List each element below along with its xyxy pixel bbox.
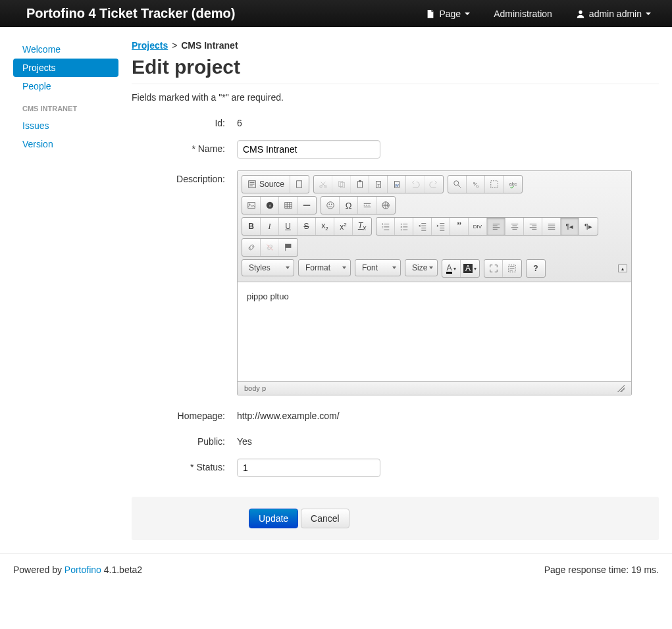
editor-bold-button[interactable]: B bbox=[242, 218, 261, 235]
editor-toolbar: Source T W bbox=[238, 171, 631, 282]
image-icon bbox=[247, 201, 256, 210]
sidebar-item-version[interactable]: Version bbox=[13, 135, 118, 153]
editor-image-button[interactable] bbox=[242, 197, 261, 214]
svg-text:b: b bbox=[476, 184, 478, 188]
editor-content-area[interactable]: pippo pltuo bbox=[238, 282, 631, 381]
editor-pagebreak-button[interactable] bbox=[358, 197, 376, 214]
svg-text:2: 2 bbox=[381, 226, 383, 229]
editor-format-select[interactable]: Format bbox=[298, 259, 351, 276]
editor-blockquote-button[interactable]: ” bbox=[450, 218, 469, 235]
sidebar-item-issues[interactable]: Issues bbox=[13, 116, 118, 135]
editor-undo-button[interactable] bbox=[406, 176, 425, 193]
editor-flash-button[interactable]: f bbox=[261, 197, 279, 214]
editor-subscript-button[interactable]: x2 bbox=[316, 218, 334, 235]
nav-administration-label: Administration bbox=[494, 9, 552, 19]
sidebar-item-projects[interactable]: Projects bbox=[13, 59, 118, 77]
editor-specialchar-button[interactable]: Ω bbox=[340, 197, 358, 214]
editor-align-right-button[interactable] bbox=[524, 218, 542, 235]
id-label: Id: bbox=[132, 114, 237, 128]
editor-font-select[interactable]: Font bbox=[355, 259, 401, 276]
editor-indent-button[interactable] bbox=[432, 218, 450, 235]
breadcrumb: Projects > CMS Intranet bbox=[132, 40, 659, 51]
editor-ltr-button[interactable]: ¶◂ bbox=[561, 218, 579, 235]
editor-paste-word-button[interactable]: W bbox=[388, 176, 406, 193]
editor-numberedlist-button[interactable]: 12 bbox=[376, 218, 395, 235]
editor-resize-handle[interactable] bbox=[617, 384, 625, 392]
editor-strike-button[interactable]: S bbox=[297, 218, 316, 235]
editor-table-button[interactable] bbox=[279, 197, 297, 214]
form-actions: Update Cancel bbox=[132, 497, 659, 540]
editor-replace-button[interactable]: ab bbox=[467, 176, 485, 193]
editor-bgcolor-button[interactable]: A▾ bbox=[461, 260, 479, 277]
editor-iframe-button[interactable] bbox=[376, 197, 395, 214]
editor-size-select[interactable]: Size bbox=[405, 259, 438, 276]
caret-down-icon bbox=[646, 13, 651, 15]
undo-icon bbox=[411, 180, 420, 189]
status-input[interactable] bbox=[237, 459, 380, 477]
nav-administration[interactable]: Administration bbox=[486, 2, 560, 26]
svg-rect-18 bbox=[247, 203, 255, 209]
subscript-icon: x2 bbox=[321, 221, 328, 232]
nav-user-label: admin admin bbox=[589, 9, 642, 19]
homepage-label: Homepage: bbox=[132, 407, 237, 421]
editor-selectall-button[interactable] bbox=[485, 176, 504, 193]
editor-align-center-button[interactable] bbox=[505, 218, 524, 235]
editor-hr-button[interactable] bbox=[297, 197, 316, 214]
editor-paste-button[interactable] bbox=[351, 176, 369, 193]
nav-user-dropdown[interactable]: admin admin bbox=[568, 2, 659, 26]
outdent-icon bbox=[418, 222, 427, 231]
editor-smiley-button[interactable] bbox=[321, 197, 340, 214]
footer-powered-prefix: Powered by bbox=[13, 565, 65, 575]
page-title: Edit project bbox=[132, 56, 659, 84]
editor-unlink-button[interactable] bbox=[261, 239, 279, 256]
editor-paste-text-button[interactable]: T bbox=[369, 176, 388, 193]
editor-cut-button[interactable] bbox=[314, 176, 332, 193]
footer-powered-suffix: 4.1.beta2 bbox=[101, 565, 142, 575]
ul-icon bbox=[400, 222, 409, 231]
editor-justify-button[interactable] bbox=[542, 218, 561, 235]
nav-page-dropdown[interactable]: Page bbox=[418, 2, 478, 26]
justify-icon bbox=[547, 222, 556, 231]
name-input[interactable] bbox=[237, 140, 380, 159]
rich-text-editor: Source T W bbox=[237, 170, 632, 395]
editor-removeformat-button[interactable]: Tx bbox=[353, 218, 371, 235]
cancel-button[interactable]: Cancel bbox=[301, 509, 349, 528]
editor-collapse-button[interactable]: ▴ bbox=[618, 264, 627, 272]
editor-outdent-button[interactable] bbox=[413, 218, 432, 235]
editor-about-button[interactable]: ? bbox=[527, 260, 545, 277]
sidebar-item-people[interactable]: People bbox=[13, 77, 118, 95]
editor-spellcheck-button[interactable]: abc bbox=[504, 176, 522, 193]
hr-icon bbox=[302, 201, 311, 210]
editor-styles-select[interactable]: Styles bbox=[242, 259, 294, 276]
editor-superscript-button[interactable]: x2 bbox=[334, 218, 353, 235]
iframe-icon bbox=[381, 201, 390, 210]
description-label: Description: bbox=[132, 170, 237, 184]
editor-source-button[interactable]: Source bbox=[242, 176, 290, 193]
svg-point-13 bbox=[453, 181, 458, 186]
editor-bulletedlist-button[interactable] bbox=[395, 218, 413, 235]
editor-elements-path[interactable]: body p bbox=[244, 384, 266, 392]
editor-redo-button[interactable] bbox=[425, 176, 443, 193]
editor-align-left-button[interactable] bbox=[487, 218, 505, 235]
editor-div-button[interactable]: DIV bbox=[469, 218, 487, 235]
editor-italic-button[interactable]: I bbox=[261, 218, 279, 235]
footer-portofino-link[interactable]: Portofino bbox=[65, 565, 101, 575]
editor-anchor-button[interactable] bbox=[279, 239, 297, 256]
page-icon bbox=[426, 9, 435, 18]
editor-textcolor-button[interactable]: A▾ bbox=[442, 260, 461, 277]
editor-newpage-button[interactable] bbox=[290, 176, 309, 193]
svg-point-29 bbox=[400, 224, 401, 225]
editor-rtl-button[interactable]: ¶▸ bbox=[579, 218, 598, 235]
editor-maximize-button[interactable] bbox=[484, 260, 503, 277]
sidebar-item-welcome[interactable]: Welcome bbox=[13, 40, 118, 59]
editor-showblocks-button[interactable] bbox=[503, 260, 521, 277]
editor-find-button[interactable] bbox=[448, 176, 467, 193]
svg-text:f: f bbox=[269, 203, 271, 208]
paste-icon bbox=[355, 180, 365, 189]
update-button[interactable]: Update bbox=[249, 509, 298, 528]
editor-underline-button[interactable]: U bbox=[279, 218, 297, 235]
svg-rect-22 bbox=[284, 203, 292, 209]
breadcrumb-root[interactable]: Projects bbox=[132, 40, 168, 51]
editor-copy-button[interactable] bbox=[332, 176, 351, 193]
editor-link-button[interactable] bbox=[242, 239, 261, 256]
